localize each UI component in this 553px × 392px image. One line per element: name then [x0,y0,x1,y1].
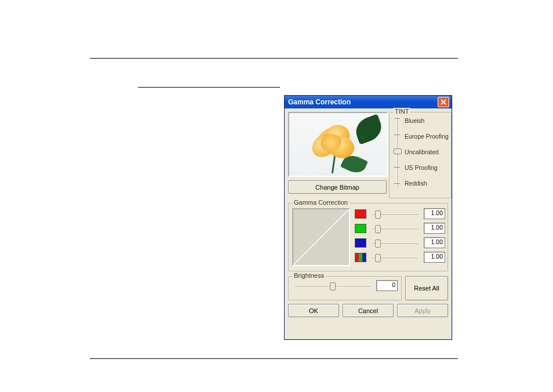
tint-slider[interactable] [393,117,401,187]
gamma-legend: Gamma Correction [292,199,350,206]
gamma-curve [292,208,350,266]
red-slider[interactable] [370,209,420,219]
brightness-value[interactable]: 0 [376,280,398,291]
tint-group: TINT Blueish Europe Proofing Uncalibrate… [389,112,452,198]
cancel-button[interactable]: Cancel [343,304,394,317]
preview-image [288,112,388,177]
tint-option[interactable]: US Proofing [405,164,449,171]
blue-value[interactable]: 1.00 [424,237,445,248]
dialog-title: Gamma Correction [288,98,351,106]
brightness-slider[interactable] [292,281,373,291]
gamma-channel-rgb: 1.00 [355,252,445,263]
gamma-channel-red: 1.00 [355,208,445,219]
gamma-correction-dialog: Gamma Correction [284,95,452,340]
divider [138,87,280,88]
tint-options: Blueish Europe Proofing Uncalibrated US … [405,117,449,187]
green-value[interactable]: 1.00 [424,223,445,234]
divider [90,358,458,359]
close-icon [441,99,446,105]
titlebar[interactable]: Gamma Correction [285,96,452,108]
rgb-slider[interactable] [370,252,420,263]
tint-option[interactable]: Uncalibrated [405,148,449,155]
rgb-value[interactable]: 1.00 [424,252,445,263]
blue-slider[interactable] [370,238,420,248]
gamma-channel-green: 1.00 [355,223,445,234]
red-swatch [355,209,366,219]
divider [90,58,458,59]
apply-button[interactable]: Apply [397,304,448,317]
tint-option[interactable]: Europe Proofing [405,133,449,140]
brightness-group: Brightness 0 [288,276,402,300]
reset-all-button[interactable]: Reset All [405,276,448,300]
green-slider[interactable] [370,223,420,234]
tint-option[interactable]: Blueish [405,117,449,124]
tint-legend: TINT [393,108,410,115]
gamma-group: Gamma Correction 1.001.001.001.00 [288,203,448,271]
red-value[interactable]: 1.00 [424,208,445,219]
rgb-swatch [355,253,366,262]
green-swatch [355,224,366,233]
change-bitmap-button[interactable]: Change Bitmap [288,180,387,194]
gamma-channel-blue: 1.00 [355,237,445,248]
tint-option[interactable]: Reddish [405,180,449,187]
blue-swatch [355,238,366,248]
svg-line-0 [293,209,349,265]
brightness-legend: Brightness [292,272,326,279]
close-button[interactable] [438,97,449,107]
ok-button[interactable]: OK [288,304,339,317]
